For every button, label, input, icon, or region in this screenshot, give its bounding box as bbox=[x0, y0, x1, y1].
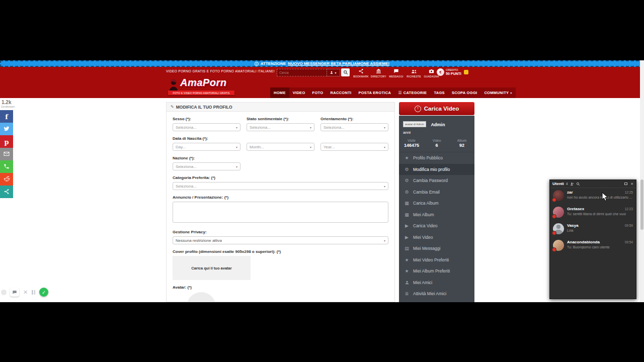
twitter-icon bbox=[4, 125, 10, 134]
sidebar-menu-item[interactable]: Esci bbox=[399, 300, 474, 303]
month-select[interactable]: Month...▾ bbox=[247, 143, 314, 151]
directory-icon bbox=[376, 68, 381, 74]
sesso-select[interactable]: Seleziona...▾ bbox=[173, 123, 240, 131]
nav-item[interactable]: COMMUNITY ▾ bbox=[480, 87, 515, 98]
search-input[interactable] bbox=[277, 69, 327, 76]
share-button[interactable] bbox=[0, 148, 13, 160]
scrollbar-thumb[interactable] bbox=[640, 179, 643, 230]
profile-stats: Visite 146475 Video 6 Album 92 bbox=[399, 137, 474, 152]
nav-item[interactable]: TAGS bbox=[430, 87, 448, 98]
cover-upload-dropzone[interactable]: Carica qui il tuo avatar bbox=[173, 256, 251, 280]
credit-value: 50 PUNTI bbox=[446, 72, 461, 76]
nav-item[interactable]: ☰ CATEGORIE bbox=[394, 87, 430, 98]
nav-item[interactable]: SCOPA OGGI bbox=[448, 87, 481, 98]
search-scope-dropdown[interactable]: ▾ bbox=[327, 69, 340, 76]
sidebar-menu-item[interactable]: ▦ Miei Album bbox=[399, 209, 474, 221]
close-icon[interactable]: ✕ bbox=[630, 182, 633, 186]
search-icon[interactable] bbox=[576, 182, 580, 186]
stato-select[interactable]: Seleziona...▾ bbox=[247, 123, 314, 131]
nav-item[interactable]: POSTA EROTICA bbox=[355, 87, 394, 98]
sidebar-menu-item[interactable]: Miei Amici bbox=[399, 277, 474, 289]
header-quick-link[interactable]: MESSAGGI bbox=[388, 68, 404, 78]
share-button[interactable]: f bbox=[0, 110, 13, 123]
header-quick-link[interactable]: DIRECTORY bbox=[371, 68, 386, 78]
share-button[interactable] bbox=[0, 186, 13, 198]
stato-label: Stato sentimentale (*): bbox=[247, 117, 314, 121]
avatar bbox=[553, 190, 564, 201]
sidebar-menu-item[interactable]: ★ Miei Album Preferiti bbox=[399, 265, 474, 277]
share-button[interactable]: p bbox=[0, 135, 13, 148]
sidebar-menu-item[interactable]: ▶ Miei Video bbox=[399, 232, 474, 243]
confirm-button[interactable]: ✓ bbox=[39, 288, 48, 297]
cancel-button[interactable]: ✕ bbox=[23, 289, 28, 296]
sidebar-menu-item[interactable]: ▦ Carica Album bbox=[399, 198, 474, 209]
nav-item[interactable]: VIDEO bbox=[289, 87, 309, 98]
chat-conversation[interactable]: Vasya 09:59 Link bbox=[550, 221, 636, 238]
nav-item[interactable]: HOME bbox=[270, 87, 289, 98]
avatar bbox=[553, 240, 564, 251]
chat-conversation[interactable]: zar 12:25 non ho avuto ancora modo di ut… bbox=[550, 188, 636, 205]
page-viewport: i ATTENZIONE NUOVO MESSENGER BETA PARLIA… bbox=[0, 60, 644, 302]
site-logo[interactable]: AmaPorn FOTO E VIDEO PORNO AMATORIALI GR… bbox=[166, 77, 236, 98]
share-button[interactable] bbox=[0, 173, 13, 186]
search-bar: ▾ bbox=[277, 68, 350, 76]
chat-conversation[interactable]: Anacondabionda 09:54 Tu: Buongiorno caro… bbox=[550, 238, 636, 254]
upload-video-button[interactable]: ↑ Carica Video bbox=[399, 102, 474, 115]
minimize-icon[interactable] bbox=[624, 183, 627, 185]
sidebar-menu-item[interactable]: ▤ Miei Messaggi bbox=[399, 243, 474, 254]
chevron-down-icon: ▾ bbox=[384, 145, 385, 149]
avatar-preview[interactable] bbox=[187, 292, 216, 302]
sidebar-menu-item[interactable]: ⚙ Cambia Password bbox=[399, 175, 474, 187]
chevron-down-icon: ▾ bbox=[384, 126, 385, 129]
star-icon: ★ bbox=[404, 268, 410, 274]
sidebar-menu-item[interactable]: ⚙ Modifica mio profilo bbox=[399, 164, 474, 175]
pause-button[interactable] bbox=[32, 290, 35, 295]
chat-list: zar 12:25 non ho avuto ancora modo di ut… bbox=[550, 188, 636, 299]
chevron-down-icon: ▾ bbox=[310, 126, 311, 129]
cover-label: Cover profilo (dimensioni esatte 905x298… bbox=[173, 249, 388, 254]
header-quick-links: BOOKMARK DIRECTORY MESSAGGI RICHIESTE GU… bbox=[353, 68, 439, 78]
search-button[interactable] bbox=[341, 68, 350, 76]
share-button[interactable] bbox=[0, 123, 13, 135]
credit-widget[interactable]: € CREDITO 50 PUNTI bbox=[437, 68, 468, 76]
profile-avatar[interactable]: avatar di Admin bbox=[403, 121, 426, 127]
share-button[interactable] bbox=[0, 160, 13, 173]
share-caption: Condivisioni bbox=[0, 105, 13, 108]
camera-button[interactable] bbox=[10, 288, 19, 297]
nav-item[interactable]: FOTO bbox=[309, 87, 327, 98]
sidebar-menu-item[interactable]: ≣ Attività Miei Amici bbox=[399, 288, 474, 300]
privacy-select[interactable]: Nessuna restrizione attiva▾ bbox=[173, 236, 388, 244]
scrollbar-track[interactable] bbox=[640, 60, 644, 302]
star-icon: ★ bbox=[404, 155, 410, 160]
chevron-down-icon: ▾ bbox=[510, 91, 512, 95]
orientamento-select[interactable]: Seleziona...▾ bbox=[320, 123, 388, 131]
share-plus-icon bbox=[4, 188, 10, 197]
notice-text: ATTENZIONE bbox=[261, 61, 286, 66]
sidebar-menu-item[interactable]: ▶ Carica Video bbox=[399, 220, 474, 232]
header-quick-link[interactable]: BOOKMARK bbox=[353, 68, 369, 78]
email-icon bbox=[4, 150, 10, 159]
header-quick-link[interactable]: RICHIESTE bbox=[406, 68, 422, 78]
add-user-icon[interactable] bbox=[570, 182, 574, 186]
stat: Album 92 bbox=[449, 139, 474, 148]
pencil-icon: ✎ bbox=[171, 105, 174, 109]
record-dot-icon[interactable] bbox=[2, 290, 6, 295]
notice-link[interactable]: NUOVO MESSENGER BETA PARLIAMONE ASSIEME! bbox=[288, 61, 389, 66]
nazione-select[interactable]: Seleziona...▾ bbox=[173, 162, 240, 170]
year-select[interactable]: Year...▾ bbox=[320, 143, 388, 151]
nav-item[interactable]: RACCONTI bbox=[327, 87, 355, 98]
annuncio-textarea[interactable] bbox=[173, 202, 388, 223]
image-icon: ▦ bbox=[404, 212, 410, 217]
search-icon bbox=[343, 70, 348, 75]
message-icon: ▤ bbox=[404, 246, 410, 251]
menu-icon: ☰ bbox=[398, 90, 401, 95]
sidebar-menu-item[interactable]: ★ Profilo Pubblico bbox=[399, 152, 474, 164]
status-badge bbox=[552, 231, 556, 235]
chat-conversation[interactable]: Gretasex 12:23 Tu: sentiti libera di dir… bbox=[550, 205, 636, 221]
chevron-down-icon: ▾ bbox=[384, 239, 385, 242]
categoria-select[interactable]: Seleziona...▾ bbox=[173, 182, 388, 190]
day-select[interactable]: Day...▾ bbox=[173, 143, 240, 151]
edit-profile-card: ✎ MODIFICA IL TUO PROFILO Sesso (*): Sel… bbox=[166, 102, 395, 302]
sidebar-menu-item[interactable]: ⚙ Cambia Email bbox=[399, 187, 474, 198]
sidebar-menu-item[interactable]: ★ Miei Video Preferiti bbox=[399, 254, 474, 266]
